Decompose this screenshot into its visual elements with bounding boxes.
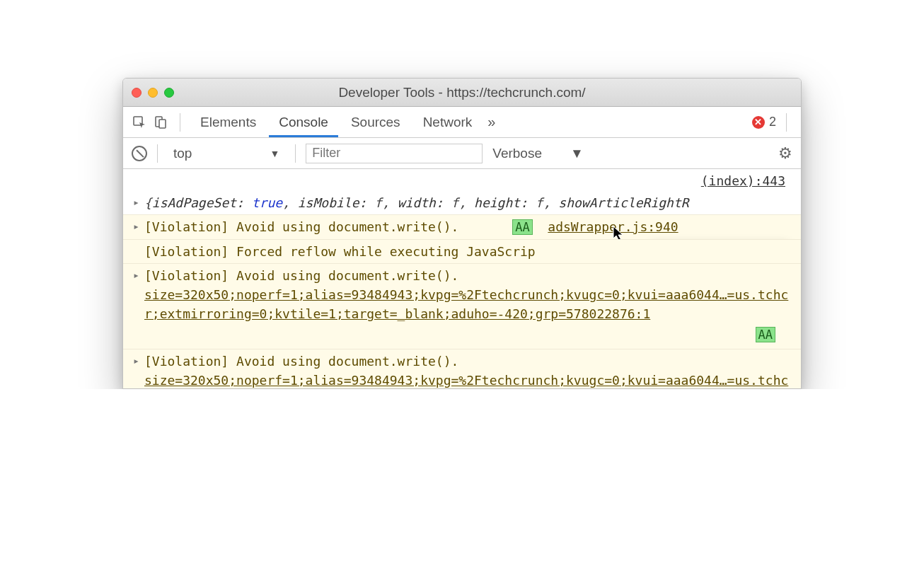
console-row-object[interactable]: {isAdPageSet: true, isMobile: f, width: … [123,190,801,214]
window-title: Developer Tools - https://techcrunch.com… [123,85,801,100]
request-params-link[interactable]: size=320x50;noperf=1;alias=93484943;kvpg… [144,285,791,323]
more-tabs-icon[interactable]: » [485,114,498,130]
traffic-lights [132,88,174,98]
third-party-badge[interactable]: AA [512,219,532,235]
clear-console-icon[interactable] [132,146,147,161]
inspect-icon[interactable] [130,115,149,129]
violation-text: [Violation] Avoid using document.write()… [144,352,791,371]
console-row-violation[interactable]: [Violation] Avoid using document.write()… [123,214,801,239]
object-preview: {isAdPageSet: true, isMobile: f, width: … [144,195,689,210]
minimize-icon[interactable] [148,88,158,98]
tab-elements[interactable]: Elements [190,107,266,137]
tab-console[interactable]: Console [269,107,338,137]
separator [295,144,296,163]
device-toggle-icon[interactable] [151,115,170,129]
error-count-text: 2 [769,115,776,129]
error-icon: ✕ [752,116,765,129]
gear-icon[interactable]: ⚙ [778,144,792,163]
violation-text: [Violation] Avoid using document.write()… [144,266,791,285]
devtools-window: Developer Tools - https://techcrunch.com… [122,78,802,389]
console-output: (index):443 {isAdPageSet: true, isMobile… [123,169,801,388]
source-link[interactable]: adsWrapper.js:940 [548,219,678,234]
separator [180,113,180,132]
console-row-violation[interactable]: [Violation] Avoid using document.write()… [123,263,801,349]
separator [157,144,158,163]
error-count[interactable]: ✕ 2 [752,115,776,129]
log-level-label: Verbose [492,146,542,161]
console-filter-bar: top ▼ Verbose ▼ ⚙ [123,138,801,169]
main-toolbar: Elements Console Sources Network » ✕ 2 [123,107,801,138]
context-selector[interactable]: top ▼ [168,144,285,163]
close-icon[interactable] [132,88,142,98]
filter-input[interactable] [306,144,483,163]
titlebar: Developer Tools - https://techcrunch.com… [123,79,801,107]
context-label: top [173,146,192,161]
chevron-down-icon: ▼ [570,146,584,161]
log-level-selector[interactable]: Verbose ▼ [492,146,584,161]
tab-sources[interactable]: Sources [341,107,410,137]
chevron-down-icon: ▼ [270,148,279,159]
console-row-violation: [Violation] Forced reflow while executin… [123,239,801,263]
tab-network[interactable]: Network [413,107,483,137]
console-row-violation[interactable]: [Violation] Avoid using document.write()… [123,349,801,388]
svg-rect-2 [159,120,166,128]
violation-text: [Violation] Forced reflow while executin… [144,244,536,259]
request-params-link[interactable]: size=320x50;noperf=1;alias=93484943;kvpg… [144,371,791,388]
source-link[interactable]: (index):443 [123,169,801,190]
third-party-badge[interactable]: AA [756,327,775,342]
separator [786,113,787,132]
violation-text: [Violation] Avoid using document.write()… [144,219,458,234]
zoom-icon[interactable] [164,88,174,98]
